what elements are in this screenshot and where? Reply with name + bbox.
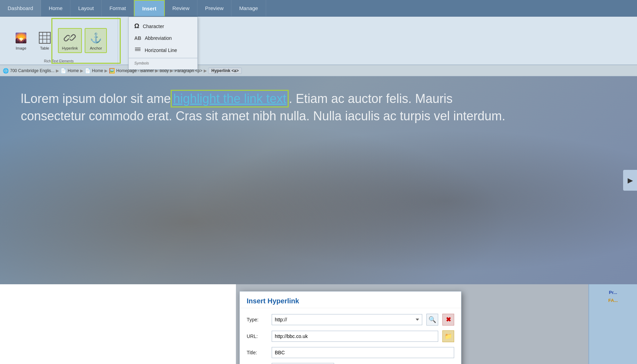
table-icon — [38, 31, 52, 45]
type-label: Type: — [247, 317, 267, 322]
right-panel-text-fa: FA... — [608, 298, 618, 303]
dialog-body: Type: http:// https:// mailto: 🔍 ✖ U — [240, 308, 461, 364]
format-dropdown: Ω Character AB Abbreviation Horizontal L… — [128, 17, 198, 70]
dropdown-item-horizontal-line[interactable]: Horizontal Line — [129, 44, 197, 57]
ribbon-group-label-rich-text: Rich Text Elements — [0, 59, 118, 63]
abbreviation-label: Abbreviation — [145, 35, 172, 41]
tab-home[interactable]: Home — [41, 0, 70, 16]
horizontal-line-icon — [134, 46, 141, 54]
dialog-row-type: Type: http:// https:// mailto: 🔍 ✖ — [247, 314, 454, 326]
main-content-area: lLorem ipsum dolor sit amehighlight the … — [0, 76, 637, 284]
dropdown-section-symbols: Symbols — [129, 60, 197, 67]
url-input[interactable] — [272, 331, 438, 342]
breadcrumb-item-home1[interactable]: Home — [68, 68, 79, 73]
text-content-area[interactable]: lLorem ipsum dolor sit amehighlight the … — [0, 76, 637, 139]
dialog-overlay: Insert Hyperlink Type: http:// https:// … — [236, 284, 465, 364]
ribbon-btn-image[interactable]: 🌄 Image — [11, 29, 32, 52]
breadcrumb-item-site[interactable]: 700 Cambridge Englis... — [10, 68, 54, 73]
link-text-highlighted[interactable]: highlight the link text — [171, 90, 289, 107]
right-panel-text-pr: Pr... — [609, 290, 617, 295]
title-label: Title: — [247, 350, 267, 355]
tab-preview[interactable]: Preview — [197, 0, 231, 16]
character-label: Character — [143, 24, 164, 29]
paragraph-before: lLorem ipsum dolor sit ame — [21, 92, 171, 106]
browse-icon: 📁 — [444, 332, 452, 340]
insert-hyperlink-dialog: Insert Hyperlink Type: http:// https:// … — [239, 291, 461, 364]
tab-format[interactable]: Format — [102, 0, 134, 16]
dialog-row-title: Title: — [247, 347, 454, 358]
tab-insert[interactable]: Insert — [134, 0, 165, 16]
breadcrumb-item-hyperlink-active[interactable]: Hyperlink <a> — [208, 68, 242, 74]
search-button[interactable]: 🔍 — [426, 314, 438, 326]
dialog-row-url: URL: 📁 — [247, 330, 454, 342]
tab-manage[interactable]: Manage — [231, 0, 266, 16]
ab-icon: AB — [134, 35, 141, 41]
hyperlink-label: Hyperlink — [62, 46, 78, 50]
svg-line-5 — [68, 36, 71, 39]
image-label: Image — [16, 46, 26, 50]
title-input[interactable] — [272, 347, 454, 358]
ribbon-btn-anchor[interactable]: ⚓ Anchor — [85, 28, 107, 53]
horizontal-line-label: Horizontal Line — [145, 47, 177, 53]
ribbon-btn-table[interactable]: Table — [34, 29, 55, 52]
ribbon: 🌄 Image Table — [0, 17, 637, 65]
dialog-title: Insert Hyperlink — [240, 292, 461, 308]
tab-review[interactable]: Review — [165, 0, 197, 16]
url-label: URL: — [247, 333, 267, 339]
scroll-right-arrow[interactable]: ▶ — [623, 170, 637, 191]
lower-left-panel — [0, 284, 236, 364]
ribbon-group-rich-text: 🌄 Image Table — [0, 17, 118, 64]
anchor-icon: ⚓ — [89, 31, 103, 45]
tab-layout[interactable]: Layout — [70, 0, 102, 16]
dropdown-item-abbreviation[interactable]: AB Abbreviation — [129, 33, 197, 44]
table-label: Table — [40, 46, 49, 50]
top-navigation: Dashboard Home Layout Format Insert Revi… — [0, 0, 637, 17]
hyperlink-icon — [63, 31, 77, 45]
breadcrumb: 🌐 700 Cambridge Englis... ▶ 📄 Home ▶ 📄 H… — [0, 65, 637, 76]
right-panel-peek: Pr... FA... — [588, 284, 637, 364]
omega-icon: Ω — [134, 23, 139, 30]
image-icon: 🌄 — [14, 31, 28, 45]
chevron-right-icon: ▶ — [628, 176, 633, 184]
tab-dashboard[interactable]: Dashboard — [0, 0, 41, 16]
lower-section: Insert Hyperlink Type: http:// https:// … — [0, 284, 637, 364]
clear-button[interactable]: ✖ — [442, 314, 454, 326]
dropdown-item-character[interactable]: Ω Character — [129, 20, 197, 33]
main-paragraph: lLorem ipsum dolor sit amehighlight the … — [21, 90, 507, 125]
browse-button[interactable]: 📁 — [442, 330, 454, 342]
svg-rect-0 — [39, 32, 50, 43]
anchor-label: Anchor — [90, 46, 102, 50]
search-icon: 🔍 — [428, 316, 436, 323]
ribbon-btn-hyperlink[interactable]: Hyperlink — [58, 28, 82, 53]
type-select[interactable]: http:// https:// mailto: — [272, 314, 422, 325]
breadcrumb-item-home2[interactable]: Home — [92, 68, 103, 73]
clear-icon: ✖ — [446, 316, 451, 323]
